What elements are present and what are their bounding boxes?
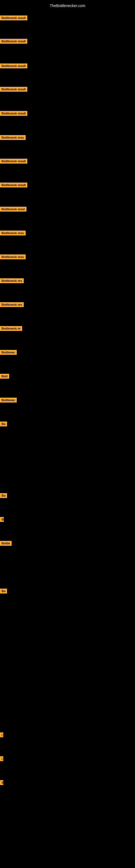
site-title: TheBottlenecker.com xyxy=(0,1,135,10)
badge-6[interactable]: Bottleneck resu xyxy=(0,135,26,140)
badge-9[interactable]: Bottleneck resul xyxy=(0,207,27,212)
badge-small-1[interactable]: | xyxy=(0,733,3,737)
badge-10[interactable]: Bottleneck resu xyxy=(0,230,26,236)
badge-8[interactable]: Bottleneck result xyxy=(0,183,27,187)
badge-4[interactable]: Bottleneck result xyxy=(0,87,27,92)
badge-14[interactable]: Bottleneck re xyxy=(0,326,22,331)
badge-18[interactable]: Bo xyxy=(0,422,7,426)
badge-small-3[interactable]: E xyxy=(0,780,3,785)
badge-small-2[interactable]: | xyxy=(0,756,3,761)
badge-23[interactable]: Bottle xyxy=(0,541,12,546)
badge-16[interactable]: Bott xyxy=(0,374,9,379)
badge-25[interactable]: Bo xyxy=(0,589,7,593)
badge-13[interactable]: Bottleneck res xyxy=(0,302,24,307)
badge-1[interactable]: Bottleneck result xyxy=(0,16,27,20)
badge-5[interactable]: Bottleneck result xyxy=(0,111,27,116)
badge-21[interactable]: Bo xyxy=(0,493,7,498)
badge-11[interactable]: Bottleneck resu xyxy=(0,254,26,259)
badge-7[interactable]: Bottleneck result xyxy=(0,159,27,163)
badge-12[interactable]: Bottleneck res xyxy=(0,278,24,283)
badge-17[interactable]: Bottlenec xyxy=(0,398,17,403)
badge-22[interactable]: B xyxy=(0,517,4,522)
badge-15[interactable]: Bottlenec xyxy=(0,350,17,355)
badge-3[interactable]: Bottleneck result xyxy=(0,63,27,68)
badge-2[interactable]: Bottleneck result xyxy=(0,39,27,44)
